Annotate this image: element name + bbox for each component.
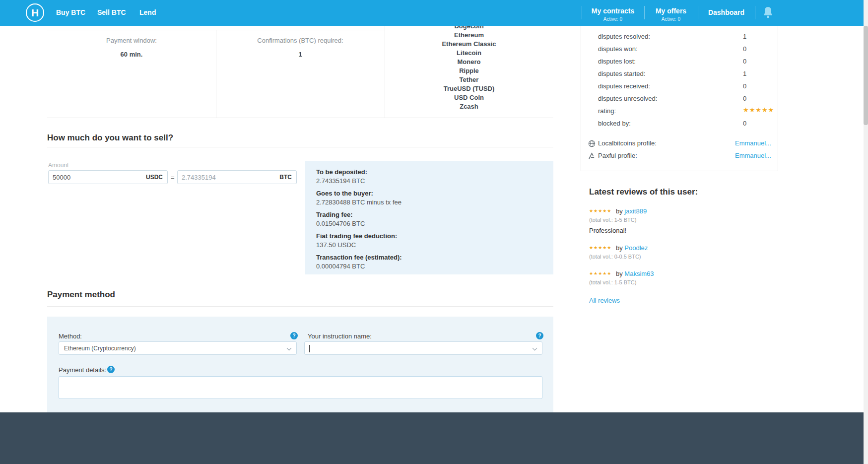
amount-label: Amount	[48, 162, 68, 169]
review-comment: Professional!	[589, 227, 626, 234]
altcoin-item: Zcash	[385, 102, 553, 111]
review-volume: (total vol.: 0-0.5 BTC)	[589, 254, 641, 260]
section-divider	[47, 147, 553, 147]
nav-buy-btc[interactable]: Buy BTC	[56, 8, 85, 16]
altcoin-item: TrueUSD (TUSD)	[385, 84, 553, 93]
summary-pair: To be deposited: 2.74335194 BTC	[316, 168, 542, 185]
altcoin-item: Ethereum Classic	[385, 40, 553, 49]
blocked-by-value: 0	[743, 120, 746, 127]
nav-sell-btc[interactable]: Sell BTC	[97, 8, 126, 16]
summary-pair: Fiat trading fee deduction: 137.50 USDC	[316, 232, 542, 249]
paxful-profile-row: Paxful profile: Emmanuel...	[581, 152, 778, 164]
summary-label: To be deposited:	[316, 168, 542, 177]
scrollbar-thumb[interactable]	[864, 26, 868, 125]
stat-row: disputes received: 0	[581, 82, 778, 95]
altcoins-list: Dogecoin Ethereum Ethereum Classic Litec…	[385, 22, 553, 111]
payment-details-label: Payment details:	[59, 366, 106, 374]
review-stars: ★★★★★	[589, 271, 611, 276]
stat-row: disputes won: 0	[581, 45, 778, 58]
summary-value: 2.72830488 BTC minus tx fee	[316, 198, 542, 206]
notifications-bell-icon[interactable]	[762, 6, 774, 20]
summary-pair: Trading fee: 0.01504706 BTC	[316, 210, 542, 228]
payment-method-title: Payment method	[47, 290, 115, 300]
help-icon[interactable]: ?	[107, 366, 115, 373]
nav-separator	[755, 6, 755, 19]
payment-window-cell: Payment window: 60 min.	[47, 37, 216, 58]
converted-input-wrapper: BTC	[177, 170, 297, 184]
stat-value: 0	[743, 58, 746, 65]
instruction-name-select[interactable]	[304, 341, 542, 355]
chevron-down-icon	[533, 346, 537, 351]
summary-label: Fiat trading fee deduction:	[316, 232, 542, 241]
stat-value: 0	[743, 82, 746, 90]
blocked-by-row: blocked by: 0	[581, 120, 778, 132]
method-select[interactable]: Ethereum (Cryptocurrency)	[59, 341, 297, 355]
amount-currency-label: USDC	[146, 174, 167, 181]
stat-row: disputes lost: 0	[581, 58, 778, 70]
btc-amount-input[interactable]	[178, 174, 279, 181]
dashboard-label: Dashboard	[700, 8, 753, 16]
method-select-value: Ethereum (Cryptocurrency)	[64, 345, 136, 352]
payment-window-value: 60 min.	[47, 51, 216, 58]
globe-icon	[588, 140, 596, 147]
altcoin-item: Litecoin	[385, 49, 553, 58]
review-header: ★★★★★ by Maksim63	[589, 270, 654, 277]
nav-lend[interactable]: Lend	[139, 8, 156, 16]
payment-method-box: Method: ? Your instruction name: ? Ether…	[47, 317, 553, 412]
summary-value: 137.50 USDC	[316, 241, 542, 249]
review-by-label: by	[616, 207, 623, 215]
summary-label: Transaction fee (estimated):	[316, 253, 542, 262]
altcoin-item: USD Coin	[385, 93, 553, 102]
payment-details-textarea[interactable]	[59, 376, 542, 399]
paxful-profile-label: Paxful profile:	[598, 152, 637, 159]
stat-value: 1	[743, 70, 746, 77]
logo-letter: H	[31, 7, 39, 19]
rating-row: rating: ★★★★★	[581, 107, 778, 120]
my-contracts-label: My contracts	[584, 7, 642, 15]
site-logo[interactable]: H	[26, 3, 44, 22]
amount-input[interactable]	[49, 174, 146, 181]
help-icon[interactable]: ?	[290, 332, 298, 339]
altcoin-item: Monero	[385, 58, 553, 66]
method-label: Method:	[59, 332, 82, 340]
equals-sign: =	[171, 174, 175, 181]
my-offers-label: My offers	[646, 7, 696, 15]
stat-label: disputes received:	[598, 82, 650, 90]
payment-window-label: Payment window:	[47, 37, 216, 44]
stat-label: disputes lost:	[598, 58, 636, 65]
stat-row: disputes unresolved: 0	[581, 95, 778, 107]
help-icon[interactable]: ?	[536, 332, 543, 339]
my-offers-active-count: Active: 0	[646, 16, 696, 22]
localbitcoins-profile-row: Localbitcoins profile: Emmanuel...	[581, 139, 778, 152]
confirmations-value: 1	[216, 51, 385, 58]
reviews-title: Latest reviews of this user:	[589, 187, 698, 197]
summary-value: 2.74335194 BTC	[316, 177, 542, 185]
review-username-link[interactable]: Maksim63	[624, 270, 654, 277]
chevron-down-icon	[287, 346, 292, 351]
stat-row: disputes resolved: 1	[581, 33, 778, 45]
confirmations-label: Confirmations (BTC) required:	[216, 37, 385, 44]
stat-label: disputes won:	[598, 45, 638, 53]
btc-currency-label: BTC	[279, 174, 296, 181]
paxful-icon	[588, 152, 596, 160]
localbitcoins-profile-link[interactable]: Emmanuel...	[735, 139, 771, 147]
review-by-label: by	[616, 270, 623, 277]
my-contracts-active-count: Active: 0	[584, 16, 642, 22]
nav-dashboard[interactable]: Dashboard	[700, 8, 753, 16]
confirmations-cell: Confirmations (BTC) required: 1	[216, 37, 385, 58]
instruction-name-label: Your instruction name:	[308, 332, 372, 340]
stat-label: disputes started:	[598, 70, 645, 77]
scrollbar-track[interactable]	[864, 0, 868, 464]
summary-pair: Goes to the buyer: 2.72830488 BTC minus …	[316, 189, 542, 206]
blocked-by-label: blocked by:	[598, 120, 631, 127]
stat-row: disputes started: 1	[581, 70, 778, 82]
stat-label: disputes unresolved:	[598, 95, 657, 102]
review-volume: (total vol.: 1-5 BTC)	[589, 217, 636, 223]
paxful-profile-link[interactable]: Emmanuel...	[735, 152, 771, 159]
page: disputes resolved: 1 disputes won: 0 dis…	[0, 0, 868, 464]
review-username-link[interactable]: Poodlez	[624, 244, 648, 252]
review-username-link[interactable]: jaxit889	[624, 207, 647, 215]
nav-my-contracts[interactable]: My contracts Active: 0	[584, 7, 642, 22]
all-reviews-link[interactable]: All reviews	[589, 297, 620, 304]
nav-my-offers[interactable]: My offers Active: 0	[646, 7, 696, 22]
